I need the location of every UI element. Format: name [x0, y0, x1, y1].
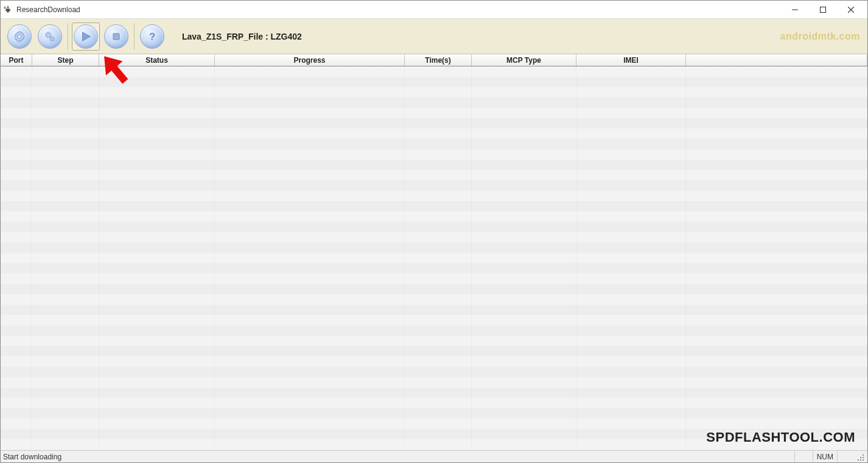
settings-button[interactable]	[5, 23, 33, 51]
column-header-mcp[interactable]: MCP Type	[472, 54, 576, 66]
table-row[interactable]	[1, 367, 867, 377]
table-row[interactable]	[1, 398, 867, 408]
svg-rect-0	[821, 7, 826, 12]
table-row[interactable]	[1, 253, 867, 263]
statusbar-pane-empty2	[837, 451, 855, 462]
svg-rect-14	[863, 459, 864, 461]
tool-group-actions	[71, 19, 131, 54]
settings2-button[interactable]	[36, 23, 64, 51]
column-header-blank	[686, 54, 867, 66]
play-icon	[74, 24, 98, 49]
svg-rect-10	[860, 457, 861, 458]
table-row[interactable]	[1, 325, 867, 336]
table-row[interactable]	[1, 294, 867, 305]
toolbar-separator	[68, 23, 68, 50]
table-header: Port Step Status Progress Time(s) MCP Ty…	[1, 54, 867, 66]
table-row[interactable]	[1, 263, 867, 274]
table-row[interactable]	[1, 419, 867, 429]
table-row[interactable]	[1, 222, 867, 232]
close-button[interactable]	[837, 1, 865, 19]
titlebar: ResearchDownload	[1, 1, 867, 19]
svg-rect-12	[858, 459, 859, 461]
firmware-label: Lava_Z1S_FRP_File : LZG402	[182, 32, 302, 41]
statusbar: Start downloading NUM	[1, 450, 867, 462]
column-header-status[interactable]: Status	[99, 54, 215, 66]
table-row[interactable]	[1, 180, 867, 191]
column-header-port[interactable]: Port	[1, 54, 32, 66]
table-row[interactable]	[1, 211, 867, 222]
table-row[interactable]	[1, 346, 867, 356]
toolbar-separator	[134, 23, 135, 50]
help-button[interactable]: ?	[138, 23, 166, 51]
table-row[interactable]	[1, 274, 867, 284]
svg-rect-7	[113, 34, 119, 40]
table-row[interactable]	[1, 139, 867, 149]
table-row[interactable]	[1, 356, 867, 367]
table-row[interactable]	[1, 315, 867, 325]
column-header-progress[interactable]: Progress	[215, 54, 405, 66]
table-row[interactable]	[1, 408, 867, 419]
table-row[interactable]	[1, 108, 867, 118]
table-row[interactable]	[1, 149, 867, 160]
column-header-step[interactable]: Step	[32, 54, 99, 66]
table-row[interactable]	[1, 305, 867, 315]
svg-text:?: ?	[149, 30, 155, 41]
gears-icon	[38, 24, 62, 49]
window-title: ResearchDownload	[16, 5, 781, 14]
table-row[interactable]	[1, 160, 867, 170]
stop-button[interactable]	[102, 23, 130, 51]
statusbar-indicator: NUM	[813, 451, 837, 462]
stop-icon	[104, 24, 128, 49]
table-row[interactable]	[1, 387, 867, 398]
toolbar: ? Lava_Z1S_FRP_File : LZG402 androidmtk.…	[1, 19, 867, 54]
table-row[interactable]	[1, 377, 867, 387]
table-row[interactable]	[1, 77, 867, 87]
table-row[interactable]	[1, 170, 867, 180]
column-header-times[interactable]: Time(s)	[405, 54, 472, 66]
table-row[interactable]	[1, 242, 867, 253]
svg-rect-11	[863, 457, 864, 458]
svg-rect-9	[863, 454, 864, 456]
tool-group-help: ?	[137, 19, 167, 54]
svg-point-4	[47, 34, 49, 36]
table-row[interactable]	[1, 97, 867, 108]
column-header-imei[interactable]: IMEI	[576, 54, 686, 66]
table-row[interactable]	[1, 66, 867, 77]
minimize-button[interactable]	[781, 1, 809, 19]
table-row[interactable]	[1, 232, 867, 242]
svg-point-6	[51, 38, 53, 40]
table-row[interactable]	[1, 87, 867, 97]
table-row[interactable]	[1, 284, 867, 294]
tool-group-settings	[4, 19, 65, 54]
table-row[interactable]	[1, 129, 867, 139]
app-icon	[3, 5, 13, 15]
maximize-button[interactable]	[809, 1, 837, 19]
gear-icon	[7, 24, 32, 49]
statusbar-message: Start downloading	[3, 453, 794, 461]
start-download-button[interactable]	[72, 23, 100, 51]
table-row[interactable]	[1, 336, 867, 346]
table-row[interactable]	[1, 439, 867, 450]
help-icon: ?	[140, 24, 164, 49]
table-row[interactable]	[1, 429, 867, 439]
svg-rect-13	[860, 459, 861, 461]
watermark-top: androidmtk.com	[780, 31, 860, 42]
statusbar-pane-empty	[794, 451, 813, 462]
table-row[interactable]	[1, 118, 867, 129]
resize-grip-icon[interactable]	[855, 452, 865, 462]
table-body[interactable]	[1, 66, 867, 450]
table-row[interactable]	[1, 191, 867, 201]
svg-point-2	[18, 35, 21, 38]
table-row[interactable]	[1, 201, 867, 211]
